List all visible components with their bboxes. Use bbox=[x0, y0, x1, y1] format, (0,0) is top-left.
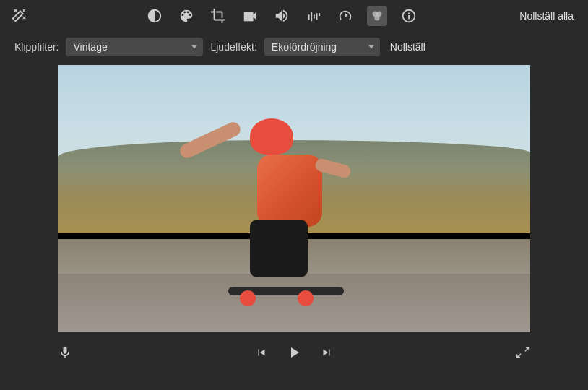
toolbar-icons-group bbox=[144, 6, 419, 26]
playback-controls bbox=[0, 335, 588, 370]
filter-bar: Klippfilter: Vintage Ljudeffekt: Ekoförd… bbox=[0, 32, 588, 62]
palette-icon[interactable] bbox=[176, 6, 196, 26]
fullscreen-icon[interactable] bbox=[516, 345, 530, 360]
preview-container bbox=[0, 62, 588, 335]
clip-filter-label: Klippfilter: bbox=[14, 41, 59, 53]
svg-rect-0 bbox=[244, 20, 254, 22]
info-icon[interactable] bbox=[399, 6, 419, 26]
video-preview[interactable] bbox=[58, 65, 530, 332]
camera-icon[interactable] bbox=[240, 6, 260, 26]
contrast-icon[interactable] bbox=[144, 6, 165, 26]
audio-effect-dropdown[interactable]: Ekofördröjning bbox=[264, 38, 380, 56]
filters-icon[interactable] bbox=[367, 6, 387, 26]
audio-effect-label: Ljudeffekt: bbox=[210, 41, 256, 53]
previous-button[interactable] bbox=[255, 346, 268, 359]
reset-all-button[interactable]: Nollställ alla bbox=[514, 7, 579, 25]
svg-point-3 bbox=[374, 15, 379, 20]
playback-center bbox=[255, 344, 333, 361]
next-button[interactable] bbox=[320, 346, 333, 359]
play-button[interactable] bbox=[285, 344, 303, 361]
equalizer-icon[interactable] bbox=[303, 6, 324, 26]
crop-icon[interactable] bbox=[208, 6, 228, 26]
magic-wand-icon[interactable] bbox=[9, 6, 29, 26]
top-toolbar: Nollställ alla bbox=[0, 0, 588, 32]
speedometer-icon[interactable] bbox=[335, 6, 355, 26]
volume-icon[interactable] bbox=[272, 6, 292, 26]
reset-button[interactable]: Nollställ bbox=[387, 38, 428, 56]
clip-filter-dropdown[interactable]: Vintage bbox=[66, 38, 203, 56]
microphone-icon[interactable] bbox=[58, 345, 72, 360]
